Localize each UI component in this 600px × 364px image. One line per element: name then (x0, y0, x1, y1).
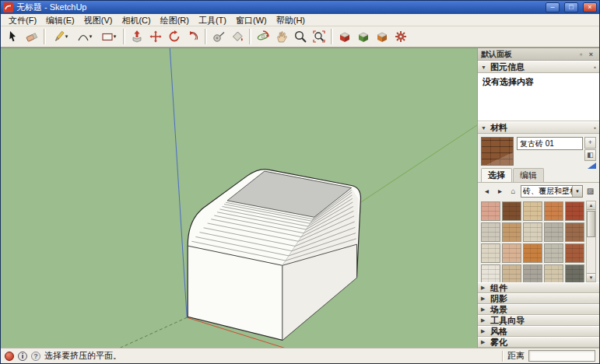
default-material-button[interactable]: ◧ (584, 149, 596, 161)
menu-item-draw[interactable]: 绘图(R) (156, 14, 194, 26)
offset-icon (186, 30, 200, 44)
material-swatch[interactable] (523, 243, 542, 263)
caret-down-icon[interactable]: ▼ (113, 34, 118, 39)
rectangle-tool-button[interactable]: ▼ (96, 27, 121, 46)
share-model-button[interactable] (354, 27, 373, 46)
viewport-canvas[interactable] (1, 48, 477, 348)
materials-scrollbar[interactable]: ▲ ▼ (586, 201, 596, 282)
material-swatch[interactable] (544, 264, 563, 282)
chevron-right-icon: ▶ (481, 306, 487, 313)
panel-title-bar[interactable]: 默认面板 ▫ × (478, 48, 599, 61)
eraser-icon (25, 30, 39, 44)
measurement-input[interactable] (528, 350, 595, 362)
section-components[interactable]: ▶ 组件 (478, 282, 599, 293)
tab-select[interactable]: 选择 (481, 168, 512, 182)
eraser-tool-button[interactable] (23, 27, 41, 46)
orbit-tool-button[interactable] (254, 27, 272, 46)
help-icon[interactable]: ? (31, 352, 40, 361)
active-material-thumbnail[interactable] (481, 137, 514, 166)
material-swatch[interactable] (481, 243, 500, 263)
select-tool-button[interactable] (4, 27, 23, 46)
chevron-right-icon: ▶ (481, 317, 487, 324)
section-options-icon[interactable]: ▪ (594, 124, 596, 131)
material-swatch[interactable] (523, 222, 542, 242)
material-swatch[interactable] (523, 201, 542, 221)
viewport[interactable] (1, 47, 477, 348)
section-label: 雾化 (490, 337, 596, 348)
scroll-down-icon[interactable]: ▼ (587, 273, 595, 282)
push-pull-tool-button[interactable] (128, 27, 146, 46)
scroll-up-icon[interactable]: ▲ (587, 201, 595, 210)
offset-tool-button[interactable] (184, 27, 202, 46)
section-scenes[interactable]: ▶ 场景 (478, 304, 599, 315)
material-swatch[interactable] (523, 264, 542, 282)
menu-item-tools[interactable]: 工具(T) (194, 14, 231, 26)
menu-item-view[interactable]: 视图(V) (79, 14, 118, 26)
material-swatch[interactable] (481, 222, 500, 242)
material-swatch[interactable] (544, 243, 563, 263)
material-swatch[interactable] (565, 243, 584, 263)
zoom-extents-tool-button[interactable] (310, 27, 328, 46)
zoom-tool-button[interactable] (291, 27, 310, 46)
create-material-button[interactable]: + (584, 137, 596, 149)
secondary-pane-toggle-icon[interactable] (588, 163, 596, 169)
maximize-button[interactable]: □ (564, 2, 578, 12)
material-name-input[interactable] (517, 137, 583, 150)
section-fog[interactable]: ▶ 雾化 (478, 337, 599, 348)
dropdown-arrow-icon[interactable]: ▼ (572, 186, 582, 197)
get-models-button[interactable] (335, 27, 354, 46)
material-swatch[interactable] (544, 222, 563, 242)
scrollbar-thumb[interactable] (587, 211, 595, 237)
material-swatch[interactable] (565, 222, 584, 242)
collection-dropdown[interactable]: 砖、覆层和壁板 ▼ (521, 185, 583, 198)
panel-pin-icon[interactable]: ▫ (576, 51, 586, 58)
material-swatch[interactable] (502, 201, 521, 221)
minimize-button[interactable]: – (546, 2, 560, 12)
entity-info-header[interactable]: ▼ 图元信息 ▪ (478, 61, 599, 73)
materials-header[interactable]: ▼ 材料 ▪ (478, 121, 599, 134)
material-swatch[interactable] (502, 243, 521, 263)
credits-icon[interactable]: i (18, 352, 27, 361)
move-icon (149, 30, 163, 44)
menu-item-window[interactable]: 窗口(W) (231, 14, 272, 26)
extension-warehouse-button[interactable] (391, 27, 410, 46)
materials-panel: + ◧ 选择 编辑 ◂ ▸ ⌂ (478, 134, 599, 282)
menu-item-edit[interactable]: 编辑(E) (41, 14, 79, 26)
in-model-icon[interactable]: ⌂ (507, 185, 519, 197)
arc-tool-button[interactable]: ▼ (72, 27, 96, 46)
rotate-tool-button[interactable] (165, 27, 184, 46)
back-icon[interactable]: ◂ (481, 185, 493, 197)
line-tool-button[interactable]: ▼ (48, 27, 72, 46)
close-button[interactable]: × (583, 2, 597, 12)
material-swatch[interactable] (502, 222, 521, 242)
material-swatch[interactable] (565, 201, 584, 221)
section-styles[interactable]: ▶ 风格 (478, 326, 599, 337)
caret-down-icon[interactable]: ▼ (89, 34, 93, 39)
material-swatch[interactable] (565, 264, 584, 282)
move-tool-button[interactable] (146, 27, 165, 46)
forward-icon[interactable]: ▸ (494, 185, 506, 197)
panel-close-icon[interactable]: × (586, 51, 596, 58)
toolbar-separator (205, 29, 207, 44)
tape-measure-tool-button[interactable] (209, 27, 228, 46)
section-shadows[interactable]: ▶ 阴影 (478, 293, 599, 304)
share-component-button[interactable] (373, 27, 391, 46)
caret-down-icon[interactable]: ▼ (65, 34, 69, 39)
chevron-right-icon: ▶ (481, 296, 487, 302)
title-bar[interactable]: 无标题 - SketchUp – □ × (1, 1, 599, 14)
paint-bucket-tool-button[interactable] (228, 27, 247, 46)
section-instructor[interactable]: ▶ 工具向导 (478, 315, 599, 326)
geolocation-icon[interactable] (5, 352, 14, 361)
section-options-icon[interactable]: ▪ (594, 64, 596, 71)
material-swatch[interactable] (544, 201, 563, 221)
material-swatch[interactable] (481, 264, 500, 282)
menu-item-camera[interactable]: 相机(C) (117, 14, 155, 26)
menu-item-file[interactable]: 文件(F) (4, 14, 41, 26)
menu-item-help[interactable]: 帮助(H) (272, 14, 310, 26)
tab-edit[interactable]: 编辑 (513, 168, 544, 182)
scrollbar-track[interactable] (587, 210, 595, 273)
material-swatch[interactable] (481, 201, 500, 221)
pan-tool-button[interactable] (272, 27, 291, 46)
sample-paint-icon[interactable]: ▨ (584, 185, 596, 197)
material-swatch[interactable] (502, 264, 521, 282)
